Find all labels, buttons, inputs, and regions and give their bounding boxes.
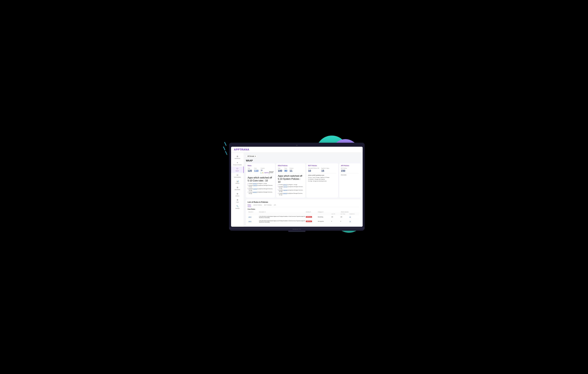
page-title: WAAP (246, 159, 361, 162)
domain-label: All Domain (247, 155, 254, 157)
col-label-total: Total (278, 168, 282, 169)
activity-item: ╲ Modified rule#224 by Apptrana Managed … (248, 188, 273, 191)
sidebar-item-groups-assets[interactable]: ≡ Groups & Assets (231, 160, 244, 167)
logs-icon: ⚙ (237, 199, 238, 201)
api-card: API Policies API Policies 150 Discovered (339, 164, 361, 198)
divider (248, 175, 273, 176)
api-discovered: Discovered (341, 174, 359, 176)
sidebar-item-label: Vulnerabilities (234, 176, 241, 178)
domain-selector[interactable]: All Domain ▾ (246, 155, 257, 158)
bot-action-low: For low : Log in 10 apps, Captcha in 10 … (308, 177, 336, 178)
cell-last7days: 0 (340, 221, 349, 222)
ddos-stats-cols: Total 100 Core 80 Custom (278, 168, 304, 172)
tab-api[interactable]: API (274, 204, 276, 207)
cell-description: CVE-2023-28121 Authentication Bypass and… (259, 220, 305, 223)
col-value-standard: 10 (308, 169, 319, 172)
api-col-value: 150 (341, 169, 359, 172)
sidebar-item-logs[interactable]: ⚙ Logs (231, 198, 244, 204)
cell-last24h: 0 (331, 221, 340, 222)
tab-rules[interactable]: Rules (248, 204, 251, 207)
activity-item: ╲ Modified rule#224 by Apptrana Managed … (278, 189, 304, 192)
api-col-label: API Policies (341, 168, 359, 169)
col-header-attacks: Attacks blocked (331, 211, 358, 213)
ddos-card-title: DDoS Policies (278, 165, 304, 166)
stats-row: Rules Total 120 Core 110 (246, 164, 361, 198)
activity-item: + Created rule#224 by Megha C, 2d ago (248, 183, 273, 184)
laptop-brand: MacBook Pro (293, 229, 301, 230)
vuln-icon: ☑ (237, 174, 238, 176)
list-section-title: List of Rules & Policies (248, 201, 359, 203)
rules-card-title: Rules (248, 165, 273, 166)
bot-action-title: Action on BOT prediction score (308, 175, 336, 176)
activity-item: + Created rule#224 by Megha C, 2d ago (278, 184, 304, 186)
sidebar-item-actions[interactable]: ⚙ Actions (231, 192, 244, 198)
cell-last24h: 150 (331, 216, 340, 218)
laptop-base: MacBook Pro (229, 228, 365, 231)
ddos-card: DDoS Policies Total 100 Core 80 (276, 164, 305, 198)
lock-icon: 🔒 (262, 172, 263, 173)
sidebar-item-bandwidth[interactable]: ⚙ Bandwidth (231, 185, 244, 192)
list-section: List of Rules & Policies Rules DDOS Poli… (246, 199, 361, 225)
attacks-icon: 📊 (236, 180, 239, 182)
groups-icon: ≡ (237, 162, 238, 164)
cell-ruleid: 10477 (249, 221, 258, 222)
bot-stats-cols: Standard Policies ON 10 Applied in Apps … (308, 168, 336, 172)
sidebar-item-label: Logs (236, 201, 239, 203)
cell-description: CVE-2023-28121 Authentication Bypass and… (259, 216, 305, 218)
sidebar-item-attacks[interactable]: 📊 Attacks (231, 179, 244, 185)
cell-last7days: 150 (340, 216, 349, 218)
table-row: 10477 CVE-2023-28121 Authentication Bypa… (248, 219, 359, 224)
sidebar-item-label: Actions (235, 195, 239, 197)
sidebar-item-label: Groups & Assets (233, 164, 242, 165)
col-value-total: 100 (278, 169, 282, 172)
bot-card: BOT Policies Standard Policies ON 10 App… (306, 164, 338, 198)
api-card-title: API Policies (341, 165, 359, 166)
cell-severity: CRITICAL (306, 220, 317, 222)
settings-icon: 🔧 (236, 205, 239, 207)
col-value-custom: 11 (290, 169, 294, 172)
col-header-ruleid: Rule ID ▼ (249, 211, 258, 213)
actions-icon: ⚙ (237, 193, 238, 195)
sidebar-item-waap[interactable]: 🛡 WAAP (231, 166, 244, 173)
sidebar-item-label: Dashboard (235, 158, 240, 159)
custom-badge: ( 6 🔒 Apptrana Managed Services ) (261, 171, 273, 174)
cell-enabledfor: 70 (349, 221, 358, 222)
ddos-activity-list: + Created rule#224 by Megha C, 2d ago ╲ … (278, 184, 304, 195)
sub-col-last24h: Last 24h (331, 213, 340, 214)
sidebar-item-vulnerabilities[interactable]: ☑ Vulnerabilities (231, 173, 244, 179)
bandwidth-icon: ⚙ (237, 187, 238, 188)
sidebar: ⊞ Dashboard ≡ Groups & Assets 🛡 WAAP (231, 153, 244, 227)
col-value-total: 120 (248, 169, 252, 172)
rules-activity-list: + Created rule#224 by Megha C, 2d ago ╲ … (248, 183, 273, 194)
rules-card: Rules Total 120 Core 110 (246, 164, 275, 198)
switch-off-text: Apps which switched off 5-10 Core rules … (248, 176, 273, 182)
table-row: 10477 CVE-2023-28121 Authentication Bypa… (248, 215, 359, 219)
tab-ddos[interactable]: DDOS Policies (253, 204, 262, 207)
tabs-row: Rules DDOS Policies BOT Policies API (248, 204, 359, 207)
sidebar-item-label: Bandwidth (235, 189, 240, 190)
main-content: All Domain ▾ WAAP Rules (244, 153, 363, 227)
activity-item: + Created rule#224 by Apptrana Managed S… (278, 193, 304, 196)
sidebar-item-dashboard[interactable]: ⊞ Dashboard (231, 154, 244, 160)
tab-bot[interactable]: BOT Policies (264, 204, 272, 207)
cell-enabledfor: 08 (349, 216, 358, 218)
col-header-severity: Severity ▼ (306, 211, 317, 213)
laptop-screen: APPTRANA ⊞ Dashboard ≡ Groups & Assets (231, 147, 363, 227)
cell-severity: CRITICAL (306, 216, 317, 218)
col-label-core: Core (254, 168, 258, 169)
activity-item: ╲ Modified rule#224 by Apptrana Managed … (278, 186, 304, 189)
top-bar: APPTRANA (231, 147, 363, 153)
activity-item: + Created rule#224 by Apptrana Managed S… (248, 191, 273, 194)
col-label-standard: Standard Policies ON (308, 168, 319, 169)
divider (308, 174, 336, 174)
divider (278, 174, 304, 174)
laptop-camera (296, 145, 297, 146)
bot-card-title: BOT Policies (308, 165, 336, 166)
rules-stats-cols: Total 120 Core 110 Custom (248, 168, 273, 174)
dashboard-icon: ⊞ (237, 155, 238, 157)
col-header-category: Category ▼ (318, 211, 331, 213)
sidebar-item-settings[interactable]: 🔧 Settings (231, 204, 244, 210)
cell-category: File Injection (318, 221, 331, 222)
logo: APPTRANA (234, 148, 249, 151)
bot-action-high: For High : All apps are blocking the bot (308, 180, 336, 182)
